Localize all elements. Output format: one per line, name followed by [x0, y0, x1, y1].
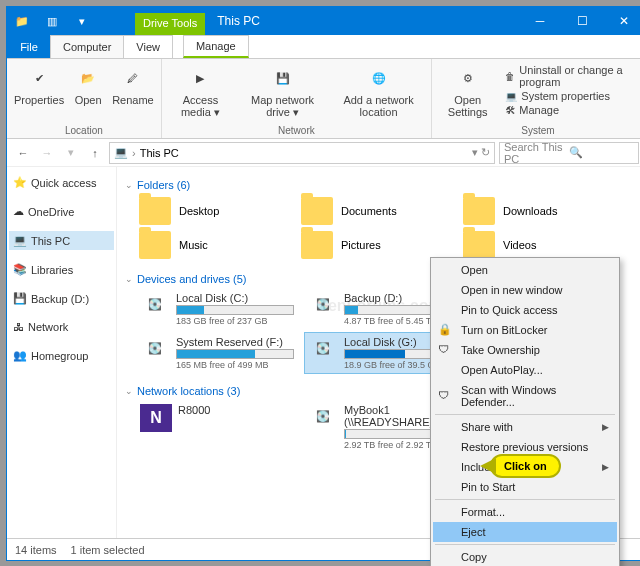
folder-icon — [463, 197, 495, 225]
folder-item[interactable]: Pictures — [299, 229, 449, 261]
tab-manage[interactable]: Manage — [183, 35, 249, 58]
context-menu-item[interactable]: Open in new window — [433, 280, 617, 300]
folder-item[interactable]: Documents — [299, 195, 449, 227]
context-menu-item[interactable]: 🛡Scan with Windows Defender... — [433, 380, 617, 412]
status-selected: 1 item selected — [71, 544, 145, 556]
minimize-button[interactable]: ─ — [519, 7, 561, 35]
app-icon: 📁 — [14, 15, 30, 27]
tab-computer[interactable]: Computer — [50, 35, 124, 58]
navigation-pane: ⭐ Quick access ☁ OneDrive 💻 This PC 📚 Li… — [7, 167, 117, 538]
search-input[interactable]: Search This PC 🔍 — [499, 142, 639, 164]
up-button[interactable]: ↑ — [85, 143, 105, 163]
forward-button[interactable]: → — [37, 143, 57, 163]
network-location-item[interactable]: NR8000 — [137, 401, 297, 453]
sysprops-link[interactable]: 💻 System properties — [505, 89, 638, 103]
status-items: 14 items — [15, 544, 57, 556]
address-bar[interactable]: 💻 › This PC ▾ ↻ — [109, 142, 495, 164]
drive-icon: 💽 — [140, 292, 170, 316]
drive-item[interactable]: 💽Local Disk (C:)183 GB free of 237 GB — [137, 289, 297, 329]
access-media-button[interactable]: ▶Access media ▾ — [164, 61, 237, 122]
qat-newfolder-icon[interactable]: ▾ — [74, 15, 90, 27]
context-menu-item[interactable]: Pin to Start — [433, 477, 617, 497]
back-button[interactable]: ← — [13, 143, 33, 163]
folder-icon — [139, 231, 171, 259]
defender-icon: 🛡 — [438, 389, 452, 403]
context-menu: OpenOpen in new windowPin to Quick acces… — [430, 257, 620, 566]
drive-item[interactable]: 💽System Reserved (F:)165 MB free of 499 … — [137, 333, 297, 373]
ribbon-tabs: File Computer View Manage — [7, 35, 640, 59]
pc-icon: 💻 — [114, 146, 128, 159]
recent-dropdown[interactable]: ▾ — [61, 143, 81, 163]
open-settings-button[interactable]: ⚙Open Settings — [434, 61, 501, 121]
folder-item[interactable]: Downloads — [461, 195, 611, 227]
context-menu-item[interactable]: Share with▶ — [433, 417, 617, 437]
folder-icon — [301, 197, 333, 225]
context-menu-item[interactable]: Open — [433, 260, 617, 280]
ribbon: ✔Properties 📂Open 🖉Rename Location ▶Acce… — [7, 59, 640, 139]
netdrive-icon: 💽 — [308, 404, 338, 428]
nav-network[interactable]: 🖧 Network — [9, 318, 114, 336]
explorer-window: 📁 ▥ ▾ Drive Tools This PC ─ ☐ ✕ File Com… — [6, 6, 640, 561]
shield-icon: 🛡 — [438, 343, 452, 357]
nas-icon: N — [140, 404, 172, 432]
nav-quick-access[interactable]: ⭐ Quick access — [9, 173, 114, 192]
nav-onedrive[interactable]: ☁ OneDrive — [9, 202, 114, 221]
nav-libraries[interactable]: 📚 Libraries — [9, 260, 114, 279]
context-menu-item[interactable]: Copy — [433, 547, 617, 566]
folder-icon — [139, 197, 171, 225]
uninstall-link[interactable]: 🗑 Uninstall or change a program — [505, 63, 638, 89]
tab-file[interactable]: File — [7, 35, 51, 58]
context-menu-item[interactable]: Eject — [433, 522, 617, 542]
open-button[interactable]: 📂Open — [69, 61, 107, 109]
qat-properties-icon[interactable]: ▥ — [44, 15, 60, 27]
properties-button[interactable]: ✔Properties — [9, 61, 69, 109]
rename-button[interactable]: 🖉Rename — [107, 61, 159, 109]
map-drive-button[interactable]: 💾Map network drive ▾ — [237, 61, 328, 122]
titlebar: 📁 ▥ ▾ Drive Tools This PC ─ ☐ ✕ — [7, 7, 640, 35]
context-menu-item[interactable]: 🛡Take Ownership — [433, 340, 617, 360]
window-title: This PC — [217, 14, 260, 28]
folder-icon — [463, 231, 495, 259]
drive-icon: 💽 — [140, 336, 170, 360]
section-folders[interactable]: ⌄Folders (6) — [125, 175, 637, 195]
context-menu-item[interactable]: Pin to Quick access — [433, 300, 617, 320]
drive-icon: 💽 — [308, 336, 338, 360]
ribbon-group-location: ✔Properties 📂Open 🖉Rename Location — [7, 59, 162, 138]
nav-backup[interactable]: 💾 Backup (D:) — [9, 289, 114, 308]
search-icon: 🔍 — [569, 146, 634, 159]
folder-item[interactable]: Music — [137, 229, 287, 261]
annotation-callout: Click on — [490, 454, 561, 478]
nav-homegroup[interactable]: 👥 Homegroup — [9, 346, 114, 365]
folder-icon — [301, 231, 333, 259]
maximize-button[interactable]: ☐ — [561, 7, 603, 35]
ribbon-group-system: ⚙Open Settings 🗑 Uninstall or change a p… — [432, 59, 640, 138]
address-bar-row: ← → ▾ ↑ 💻 › This PC ▾ ↻ Search This PC 🔍 — [7, 139, 640, 167]
close-button[interactable]: ✕ — [603, 7, 640, 35]
manage-link[interactable]: 🛠 Manage — [505, 103, 638, 117]
nav-this-pc[interactable]: 💻 This PC — [9, 231, 114, 250]
lock-icon: 🔒 — [438, 323, 452, 337]
drive-icon: 💽 — [308, 292, 338, 316]
folder-item[interactable]: Desktop — [137, 195, 287, 227]
add-location-button[interactable]: 🌐Add a network location — [328, 61, 429, 121]
ribbon-group-network: ▶Access media ▾ 💾Map network drive ▾ 🌐Ad… — [162, 59, 432, 138]
drive-tools-contextual-tab[interactable]: Drive Tools — [135, 13, 205, 35]
context-menu-item[interactable]: 🔒Turn on BitLocker — [433, 320, 617, 340]
context-menu-item[interactable]: Format... — [433, 502, 617, 522]
tab-view[interactable]: View — [123, 35, 173, 58]
context-menu-item[interactable]: Open AutoPlay... — [433, 360, 617, 380]
